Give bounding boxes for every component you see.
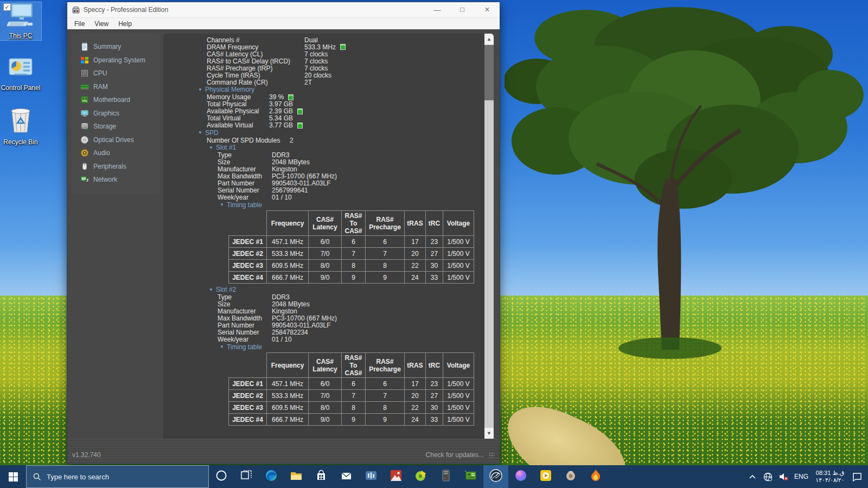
- menu-item-view[interactable]: View: [90, 18, 113, 30]
- speccy-icon: [489, 468, 503, 485]
- field-value: 2584782234: [272, 329, 308, 336]
- menu-item-file[interactable]: File: [69, 18, 90, 30]
- taskbar-icon-equalizer-app[interactable]: [359, 465, 384, 488]
- scroll-down-icon[interactable]: ▼: [484, 428, 494, 439]
- data-cell: 8/0: [309, 260, 342, 272]
- taskbar-icon-photo-app[interactable]: [384, 465, 409, 488]
- taskbar-icon-utility-app[interactable]: [409, 465, 433, 488]
- slot-1-section-header[interactable]: ▼Slot #1: [163, 144, 484, 152]
- field-value: Dual: [304, 36, 318, 44]
- window-titlebar[interactable]: Speccy - Professional Edition — ☐ ×: [67, 2, 500, 17]
- field-label: Part Number: [218, 179, 272, 187]
- field-label: Number Of SPD Modules: [207, 137, 290, 144]
- taskbar-icon-flame-app[interactable]: [583, 465, 608, 488]
- collapse-arrow-icon[interactable]: ▼: [198, 130, 202, 135]
- timing-table-section-header[interactable]: ▼Timing table: [163, 343, 484, 351]
- desktop-icon-control-panel[interactable]: Control Panel: [0, 56, 41, 92]
- ram-details-content: Channels #DualDRAM Frequency533.3 MHzCAS…: [163, 34, 484, 439]
- taskbar-icon-store[interactable]: [309, 465, 334, 488]
- column-header: tRAS: [405, 211, 426, 236]
- menu-item-help[interactable]: Help: [113, 18, 137, 30]
- orb-app-icon: [514, 469, 527, 484]
- scrollbar[interactable]: ▲ ▼: [484, 34, 494, 439]
- collapse-arrow-icon[interactable]: ▼: [198, 87, 202, 92]
- field-value: 39 %: [269, 93, 284, 101]
- taskbar-icon-speccy[interactable]: [483, 465, 508, 488]
- selection-checkbox-icon[interactable]: ✓: [3, 3, 11, 11]
- utility-app-icon: [414, 469, 427, 484]
- sidebar-item-cpu[interactable]: CPU: [72, 67, 160, 80]
- data-cell: 7: [366, 390, 405, 402]
- sidebar-item-graphics[interactable]: Graphics: [72, 107, 160, 120]
- sidebar-item-audio[interactable]: Audio: [72, 146, 160, 160]
- data-cell: 17: [405, 236, 426, 248]
- sidebar-item-label: Storage: [93, 123, 116, 130]
- action-center-icon[interactable]: [852, 472, 863, 481]
- collapse-arrow-icon[interactable]: ▼: [220, 344, 224, 349]
- column-header: CAS# Latency: [309, 353, 342, 378]
- sidebar-item-motherboard[interactable]: Motherboard: [72, 93, 160, 107]
- taskbar-icon-edge[interactable]: [259, 465, 284, 488]
- maximize-button[interactable]: ☐: [450, 2, 475, 17]
- flame-app-icon: [590, 469, 602, 484]
- collapse-arrow-icon[interactable]: ▼: [209, 287, 213, 292]
- data-cell: 7/0: [309, 248, 342, 260]
- recycle-bin-icon: [8, 106, 34, 134]
- timing-table-section-header[interactable]: ▼Timing table: [163, 201, 484, 209]
- taskbar-icon-cortana[interactable]: [209, 465, 234, 488]
- data-cell: 33: [426, 414, 443, 426]
- close-button[interactable]: ×: [475, 2, 500, 17]
- peripherals-icon: [80, 162, 89, 171]
- scrollbar-thumb[interactable]: [484, 45, 494, 100]
- field-label: Week/year: [218, 194, 272, 201]
- sidebar-item-operating-system[interactable]: Operating System: [72, 54, 160, 67]
- sidebar-item-storage[interactable]: Storage: [72, 120, 160, 133]
- tower-app-icon: [440, 469, 452, 484]
- data-cell: 1/500 V: [443, 402, 474, 414]
- collapse-arrow-icon[interactable]: ▼: [220, 202, 224, 207]
- resize-grip-icon[interactable]: [489, 452, 494, 458]
- data-cell: 7/0: [309, 390, 342, 402]
- taskbar-icon-mail[interactable]: [334, 465, 359, 488]
- slot-2-section-header[interactable]: ▼Slot #2: [163, 286, 484, 294]
- network-globe-icon[interactable]: [763, 472, 774, 481]
- sidebar-item-optical-drives[interactable]: Optical Drives: [72, 133, 160, 147]
- data-cell: 8: [366, 402, 405, 414]
- physical-memory-section-header[interactable]: ▼Physical Memory: [163, 86, 484, 94]
- data-cell: 609.5 MHz: [267, 260, 309, 272]
- taskbar-icon-recuva-app[interactable]: [558, 465, 583, 488]
- cortana-icon: [215, 470, 227, 484]
- check-for-updates-link[interactable]: Check for updates...: [426, 451, 484, 459]
- taskbar-icon-tower-app[interactable]: [433, 465, 458, 488]
- desktop-icon-this-pc[interactable]: ✓ This PC: [0, 2, 41, 40]
- show-hidden-icons-chevron-icon[interactable]: [747, 474, 758, 479]
- taskbar-icon-task-view[interactable]: [234, 465, 259, 488]
- volume-muted-icon[interactable]: [778, 472, 789, 481]
- sidebar-item-peripherals[interactable]: Peripherals: [72, 160, 160, 174]
- row-label-cell: JEDEC #4: [229, 414, 267, 426]
- data-cell: 30: [426, 260, 443, 272]
- data-cell: 6: [366, 236, 405, 248]
- sidebar-item-ram[interactable]: RAM: [72, 80, 160, 94]
- sidebar-item-summary[interactable]: Summary: [72, 40, 160, 54]
- field-value: 2T: [304, 79, 312, 86]
- taskbar-icon-file-explorer[interactable]: [284, 465, 309, 488]
- data-cell: 17: [405, 378, 426, 390]
- taskbar-icon-orb-app[interactable]: [508, 465, 533, 488]
- start-button[interactable]: [0, 465, 26, 488]
- taskbar-icon-media-app[interactable]: [533, 465, 558, 488]
- sidebar-item-label: Peripherals: [93, 163, 126, 170]
- taskbar-icon-board-app[interactable]: [458, 465, 483, 488]
- taskbar-clock[interactable]: 08:31 ق.ظ ۱۴۰۴/۰۸/۲۰: [813, 470, 847, 484]
- search-input[interactable]: Type here to search: [26, 465, 209, 488]
- language-indicator[interactable]: ENG: [794, 473, 808, 480]
- desktop-icon-recycle-bin[interactable]: Recycle Bin: [0, 106, 41, 146]
- minimize-button[interactable]: —: [425, 2, 450, 17]
- slot-field-row: Size2048 MBytes: [163, 159, 484, 166]
- data-cell: 609.5 MHz: [267, 402, 309, 414]
- scroll-up-icon[interactable]: ▲: [484, 34, 494, 44]
- spd-section-header[interactable]: ▼SPD: [163, 129, 484, 137]
- field-label: DRAM Frequency: [207, 43, 304, 51]
- sidebar-item-network[interactable]: Network: [72, 173, 160, 187]
- collapse-arrow-icon[interactable]: ▼: [209, 145, 213, 150]
